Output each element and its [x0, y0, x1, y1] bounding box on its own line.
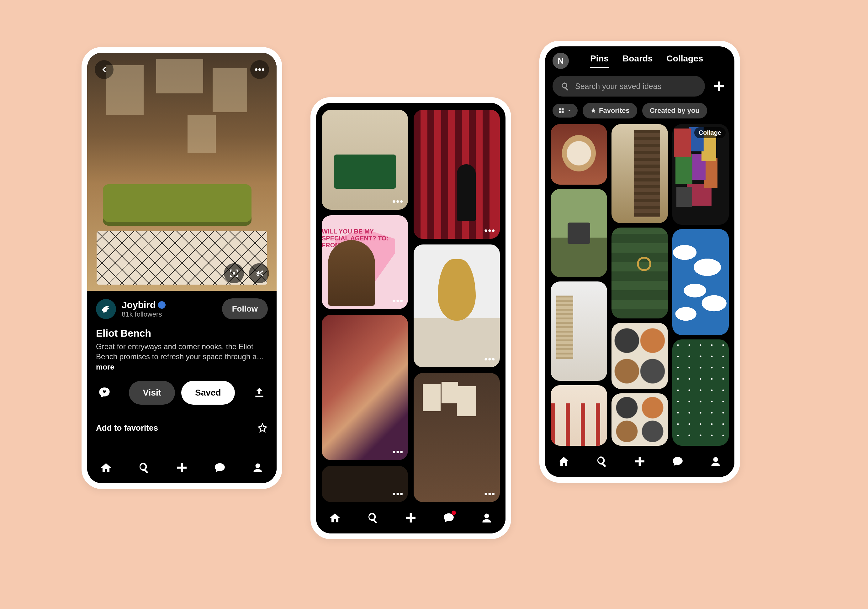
filter-chip[interactable]: Created by you [642, 103, 707, 119]
lens-icon [229, 268, 239, 278]
nav-search[interactable] [595, 455, 608, 468]
author-names[interactable]: Joybird 81k followers [122, 300, 216, 318]
nav-messages[interactable] [213, 461, 226, 474]
saved-grid[interactable]: Collage [545, 119, 735, 446]
pin-card[interactable] [551, 385, 607, 446]
profile-icon [481, 512, 492, 524]
grid-column [611, 124, 668, 446]
pin-card[interactable]: ••• [322, 315, 408, 460]
nav-home[interactable] [99, 461, 113, 474]
cut-button[interactable] [249, 263, 269, 283]
favorites-label: Add to favorites [96, 423, 158, 433]
pin-options-button[interactable]: ••• [485, 354, 496, 364]
filter-chip[interactable]: Favorites [583, 103, 637, 119]
pin-options-button[interactable]: ••• [485, 226, 496, 236]
chip-label: Favorites [599, 107, 630, 115]
more-button[interactable] [250, 60, 269, 79]
back-button[interactable] [95, 60, 113, 79]
grid-column [551, 124, 607, 446]
search-placeholder: Search your saved ideas [575, 82, 661, 91]
pin-card[interactable] [611, 323, 668, 389]
tab-collages[interactable]: Collages [666, 54, 704, 68]
follow-button[interactable]: Follow [222, 298, 268, 319]
react-button[interactable] [96, 384, 113, 401]
pin-card[interactable] [551, 281, 607, 380]
visit-button[interactable]: Visit [129, 381, 175, 405]
pin-card[interactable]: ••• [322, 466, 408, 502]
pin-options-button[interactable]: ••• [485, 489, 496, 499]
nav-home[interactable] [328, 511, 341, 524]
pin-card[interactable] [611, 227, 668, 318]
create-button[interactable] [711, 78, 727, 94]
nav-profile[interactable] [480, 511, 493, 524]
pin-card[interactable]: ••• [322, 110, 408, 210]
bottom-nav [545, 446, 735, 477]
author-followers: 81k followers [122, 310, 216, 318]
pin-card[interactable]: ••• [414, 244, 500, 367]
lens-button[interactable] [224, 263, 244, 283]
pin-card[interactable] [551, 189, 607, 277]
add-to-favorites-row[interactable]: Add to favorites [87, 413, 277, 442]
nav-profile[interactable] [709, 455, 722, 468]
search-icon [561, 82, 569, 91]
nav-create[interactable] [633, 455, 646, 468]
author-name: Joybird [122, 300, 155, 310]
nav-profile[interactable] [251, 461, 264, 474]
pin-card[interactable] [611, 393, 668, 446]
nav-create[interactable] [175, 461, 189, 474]
svg-point-3 [232, 272, 235, 275]
more-icon [255, 68, 264, 71]
pin-options-button[interactable]: ••• [393, 296, 404, 306]
pin-card[interactable] [611, 124, 668, 223]
chip-label: Created by you [650, 107, 700, 115]
nav-search[interactable] [137, 461, 150, 474]
nav-create[interactable] [404, 511, 417, 524]
share-button[interactable] [251, 384, 268, 401]
layout-chip[interactable] [553, 104, 578, 117]
nav-search[interactable] [366, 511, 380, 524]
more-link[interactable]: more [96, 363, 115, 371]
profile-avatar[interactable]: N [553, 53, 569, 69]
home-icon [558, 455, 570, 467]
search-input[interactable]: Search your saved ideas [553, 76, 705, 97]
bottom-nav [87, 452, 277, 483]
chevron-left-icon [100, 65, 108, 74]
star-icon [590, 108, 597, 114]
pin-card[interactable] [672, 340, 729, 446]
pin-card[interactable]: WILL YOU BE MY SPECIAL AGENT? TO: FROM:•… [322, 215, 408, 309]
scissors-icon [254, 268, 264, 278]
tab-boards[interactable]: Boards [623, 54, 653, 68]
star-outline-icon [257, 422, 268, 433]
chat-icon [214, 462, 226, 474]
search-icon [367, 512, 379, 524]
feed-column: •••WILL YOU BE MY SPECIAL AGENT? TO: FRO… [322, 110, 408, 502]
phone-pin-detail: Joybird 81k followers Follow Eliot Bench… [82, 47, 282, 489]
saved-button[interactable]: Saved [181, 381, 235, 405]
share-icon [253, 387, 265, 399]
screen: •••WILL YOU BE MY SPECIAL AGENT? TO: FRO… [316, 103, 505, 533]
phone-feed: •••WILL YOU BE MY SPECIAL AGENT? TO: FRO… [310, 97, 511, 539]
pin-card[interactable]: ••• [414, 373, 500, 502]
pin-tag: Collage [694, 127, 725, 138]
author-avatar[interactable] [96, 299, 116, 319]
plus-icon [176, 461, 188, 474]
pin-card[interactable] [672, 229, 729, 335]
pin-description: Great for entryways and corner nooks, th… [96, 342, 268, 372]
pin-description-text: Great for entryways and corner nooks, th… [96, 342, 264, 361]
pin-card[interactable]: ••• [414, 110, 500, 239]
nav-home[interactable] [557, 455, 570, 468]
pin-art [328, 240, 375, 306]
pin-image[interactable] [87, 53, 277, 291]
tab-pins[interactable]: Pins [590, 54, 609, 68]
nav-messages[interactable] [671, 455, 684, 468]
pin-card[interactable]: Collage [672, 124, 729, 225]
pin-options-button[interactable]: ••• [393, 196, 404, 207]
nav-messages[interactable] [442, 511, 455, 524]
svg-point-1 [258, 68, 261, 71]
pin-card[interactable] [551, 124, 607, 185]
chevron-down-icon [567, 108, 572, 113]
pin-options-button[interactable]: ••• [393, 447, 404, 457]
pin-options-button[interactable]: ••• [393, 489, 404, 499]
feed-masonry[interactable]: •••WILL YOU BE MY SPECIAL AGENT? TO: FRO… [316, 103, 505, 502]
screen: N PinsBoardsCollages Search your saved i… [545, 46, 735, 477]
